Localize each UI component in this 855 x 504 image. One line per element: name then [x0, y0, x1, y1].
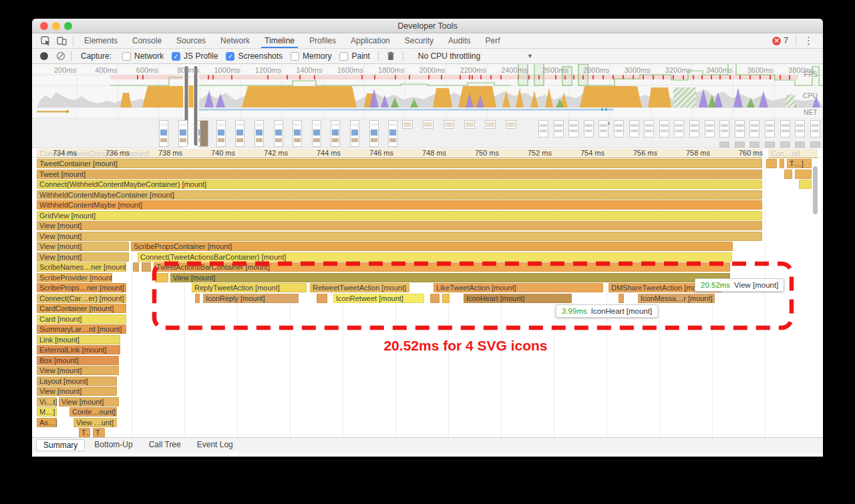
tab-perf[interactable]: Perf [478, 33, 507, 48]
screenshot-thumbnail[interactable] [659, 120, 669, 138]
flame-bar[interactable] [195, 294, 200, 303]
checkbox-memory[interactable]: Memory [291, 51, 331, 61]
flame-bar-summarylar-rd-mount[interactable]: SummaryLar…rd [mount] [37, 324, 126, 334]
tab-console[interactable]: Console [125, 33, 169, 48]
screenshot-thumbnail[interactable] [749, 120, 759, 138]
flame-bar-liketweetaction-mount[interactable]: LikeTweetAction [mount] [434, 283, 603, 292]
checkbox-network[interactable]: Network [122, 51, 164, 61]
screenshot-thumbnail[interactable] [614, 120, 624, 138]
tab-timeline[interactable]: Timeline [257, 33, 302, 48]
trash-icon[interactable] [387, 51, 395, 61]
checkbox-paint[interactable]: Paint [339, 51, 369, 61]
screenshot-thumbnail[interactable] [735, 142, 745, 148]
screenshot-thumbnail[interactable] [810, 142, 820, 148]
flame-bar-retweettweetaction-mount[interactable]: RetweetTweetAction [mount] [310, 283, 409, 292]
flame-bar[interactable] [766, 159, 777, 168]
flame-bar-scribeprovider-mount[interactable]: ScribeProvider [mount] [37, 273, 112, 282]
screenshot-thumbnail[interactable] [765, 142, 775, 148]
flame-bar[interactable] [317, 294, 327, 303]
bottom-tab-bottom-up[interactable]: Bottom-Up [88, 439, 139, 451]
screenshot-thumbnail[interactable] [705, 120, 715, 138]
bottom-tab-event-log[interactable]: Event Log [190, 439, 240, 451]
screenshot-thumbnail[interactable] [506, 120, 516, 129]
flame-bar-connect-car-er-mount[interactable]: Connect(Car…er) [mount] [37, 294, 126, 303]
screenshot-thumbnail[interactable] [674, 120, 684, 138]
screenshot-thumbnail[interactable] [735, 120, 745, 138]
screenshot-thumbnail[interactable] [538, 120, 548, 138]
screenshot-thumbnail[interactable] [312, 120, 321, 147]
screenshot-thumbnail[interactable] [568, 120, 578, 138]
screenshot-thumbnail[interactable] [719, 120, 729, 138]
flame-bar-m[interactable]: M…] [37, 407, 57, 417]
flame-bar-connect-withheldcontentmaybecontainer-mount[interactable]: Connect(WithheldContentMaybeContainer) [… [37, 180, 762, 189]
flame-bar-conte-ount[interactable]: Conte…ount] [69, 407, 117, 417]
bottom-tab-call-tree[interactable]: Call Tree [142, 439, 188, 451]
screenshot-thumbnail[interactable] [200, 120, 208, 147]
screenshot-thumbnail[interactable] [598, 120, 609, 138]
flame-bar-view-mount[interactable]: View [mount] [170, 273, 730, 282]
screenshot-thumbnail[interactable] [584, 120, 594, 138]
screenshot-thumbnail[interactable] [369, 120, 379, 147]
flame-bar[interactable] [430, 294, 440, 303]
flame-bar-withheldcontentmaybecontainer-mount[interactable]: WithheldContentMaybeContainer [mount] [37, 190, 762, 200]
flame-bar-view-mount[interactable]: View [mount] [37, 232, 762, 241]
flame-bar[interactable] [442, 294, 450, 303]
flame-bar-replytweetaction-mount[interactable]: ReplyTweetAction [mount] [192, 283, 307, 292]
flame-bar-t[interactable]: T…] [79, 428, 90, 437]
flame-bar-view-mount[interactable]: View [mount] [59, 397, 119, 407]
flame-bar-link-mount[interactable]: Link [mount] [37, 335, 120, 344]
error-badge-icon[interactable]: ✕ [772, 37, 781, 45]
flame-bar-tweetactionsbarcontainer-mount[interactable]: TweetActionsBarContainer [mount] [154, 262, 730, 272]
inspect-element-icon[interactable] [37, 35, 53, 47]
screenshot-thumbnail[interactable] [331, 120, 340, 147]
flame-bar[interactable] [619, 294, 624, 303]
flame-bar-cardcontainer-mount[interactable]: CardContainer [mount] [37, 304, 126, 313]
flame-bar-connect-tweetactionsbarcontainer-mount[interactable]: Connect(TweetActionsBarContainer) [mount… [138, 252, 732, 262]
flame-bar-scribeprops-ner-mount[interactable]: ScribeProps…ner [mount] [37, 283, 126, 292]
flame-bar-view-mount[interactable]: View [mount] [37, 366, 119, 375]
screenshot-thumbnail[interactable] [388, 120, 397, 147]
flame-bar[interactable] [795, 170, 812, 179]
flame-bar-iconmessa-r-mount[interactable]: IconMessa…r [mount] [638, 294, 715, 303]
screenshot-thumbnail[interactable] [216, 120, 226, 147]
tab-elements[interactable]: Elements [77, 33, 125, 48]
flame-bar-box-mount[interactable]: Box [mount] [37, 356, 119, 365]
flame-bar[interactable] [784, 170, 792, 179]
flame-bar[interactable] [155, 273, 168, 282]
flame-bar-t[interactable]: T…] [787, 159, 812, 168]
screenshot-thumbnail[interactable] [235, 120, 244, 147]
record-button[interactable] [40, 52, 48, 60]
screenshot-thumbnail[interactable] [159, 120, 168, 147]
device-toolbar-icon[interactable] [53, 35, 69, 47]
flame-bar-view-mount[interactable]: View [mount] [37, 252, 129, 262]
screenshot-thumbnail[interactable] [554, 120, 564, 138]
screenshot-thumbnail[interactable] [810, 120, 820, 138]
flame-bar-externallink-mount[interactable]: ExternalLink [mount] [37, 345, 120, 354]
flame-bar-view-unt[interactable]: View …unt] [73, 418, 117, 427]
clear-icon[interactable] [56, 51, 65, 61]
screenshot-thumbnail[interactable] [254, 120, 264, 147]
screenshot-thumbnail[interactable] [178, 120, 188, 147]
flame-bar-t[interactable]: T [93, 428, 105, 437]
screenshot-thumbnail[interactable] [780, 120, 790, 138]
screenshot-thumbnail[interactable] [719, 142, 729, 148]
cpu-throttling-select[interactable]: No CPU throttling ▼ [418, 51, 537, 61]
more-options-icon[interactable]: ⋮ [800, 35, 818, 47]
flame-bar-tweet-mount[interactable]: Tweet [mount] [37, 170, 762, 179]
screenshot-thumbnail[interactable] [689, 120, 699, 138]
checkbox-screenshots[interactable]: ✓Screenshots [226, 51, 283, 61]
screenshot-thumbnail[interactable] [464, 120, 475, 129]
flame-bar-card-mount[interactable]: Card [mount] [37, 314, 126, 324]
flame-bar-iconretweet-mount[interactable]: IconRetweet [mount] [333, 294, 424, 303]
screenshot-thumbnail[interactable] [423, 120, 434, 129]
error-count[interactable]: 7 [784, 36, 788, 45]
flame-bar-layout-mount[interactable]: Layout [mount] [37, 376, 117, 386]
checkbox-js-profile[interactable]: ✓JS Profile [172, 51, 218, 61]
checkbox-box[interactable] [339, 52, 348, 61]
flame-bar[interactable] [133, 262, 139, 272]
screenshot-thumbnail[interactable] [402, 120, 413, 129]
checkbox-box[interactable]: ✓ [172, 52, 180, 61]
screenshot-thumbnail[interactable] [444, 120, 454, 129]
flame-bar-withheldcontentmaybe-mount[interactable]: WithheldContentMaybe [mount] [37, 200, 762, 210]
screenshot-thumbnail[interactable] [749, 142, 759, 148]
